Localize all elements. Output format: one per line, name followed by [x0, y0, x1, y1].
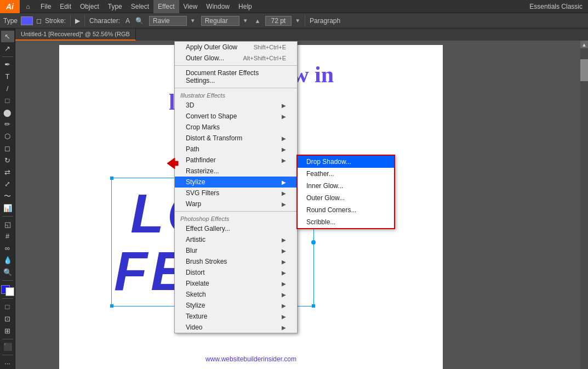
item-stylize2[interactable]: Stylize ▶: [175, 300, 297, 311]
item-svg[interactable]: SVG Filters ▶: [175, 188, 297, 198]
line-tool[interactable]: /: [1, 83, 14, 94]
stylize-inner-glow[interactable]: Inner Glow...: [298, 180, 394, 192]
stylize-submenu: Drop Shadow... Feather... Inner Glow... …: [296, 155, 395, 229]
item-3d[interactable]: 3D ▶: [175, 100, 297, 111]
gradient-tool[interactable]: ◱: [1, 219, 14, 230]
stylize-outer-glow[interactable]: Outer Glow...: [298, 192, 394, 204]
color-selector[interactable]: [1, 285, 14, 297]
paint-tool[interactable]: ⬤: [1, 107, 14, 118]
outer-glow-item[interactable]: Outer Glow... Alt+Shift+Ctrl+E: [175, 53, 297, 64]
stylize-drop-shadow[interactable]: Drop Shadow...: [298, 156, 394, 168]
stylize-scribble[interactable]: Scribble...: [298, 216, 394, 228]
item-video[interactable]: Video ▶: [175, 322, 297, 333]
item-path[interactable]: Path ▶: [175, 144, 297, 155]
apply-outer-glow-item[interactable]: Apply Outer Glow Shift+Ctrl+E: [175, 42, 297, 53]
expand-icon[interactable]: ▶: [75, 17, 80, 25]
doc-tab[interactable]: Untitled-1 [Recovered]* @ 52.56% (RGB: [15, 29, 136, 41]
menu-view[interactable]: View: [179, 0, 202, 13]
item-brush[interactable]: Brush Strokes ▶: [175, 256, 297, 267]
item-distort[interactable]: Distort & Transform ▶: [175, 133, 297, 144]
scale-tool[interactable]: ⤢: [1, 178, 14, 190]
more-tools[interactable]: ···: [1, 357, 14, 369]
sep3: [175, 211, 297, 212]
up-icon[interactable]: ▲: [255, 18, 261, 24]
menu-bar: Ai ⌂ File Edit Object Type Select Effect…: [0, 0, 588, 13]
draw-behind[interactable]: ⊡: [1, 313, 14, 325]
menu-type[interactable]: Type: [104, 0, 127, 13]
item-texture[interactable]: Texture ▶: [175, 311, 297, 322]
tool-sep4: [2, 298, 13, 299]
scroll-thumb[interactable]: [580, 59, 588, 81]
handle-mr[interactable]: [311, 240, 316, 245]
screen-mode[interactable]: ⬛: [1, 341, 14, 353]
sep3: [305, 15, 305, 26]
menu-file[interactable]: File: [36, 0, 55, 13]
document-raster-item[interactable]: Document Raster Effects Settings...: [175, 67, 297, 86]
rect-tool[interactable]: □: [1, 95, 14, 106]
brush-tool[interactable]: ✏: [1, 118, 14, 130]
blend-tool[interactable]: ∞: [1, 242, 14, 254]
font-dropdown-icon[interactable]: ▼: [190, 18, 196, 24]
reflect-tool[interactable]: ⇄: [1, 167, 14, 178]
item-warp[interactable]: Warp ▶: [175, 198, 297, 209]
type-tool[interactable]: T: [1, 71, 14, 82]
pen-tool[interactable]: ✒: [1, 59, 14, 70]
search-icon[interactable]: 🔍: [135, 17, 144, 25]
character-label: Character:: [89, 17, 120, 25]
eraser-tool[interactable]: ◻: [1, 143, 14, 154]
item-rasterize[interactable]: Rasterize...: [175, 166, 297, 177]
sep1: [175, 65, 297, 66]
blob-tool[interactable]: ⬡: [1, 130, 14, 142]
handle-br[interactable]: [312, 304, 315, 308]
rotate-tool[interactable]: ↻: [1, 155, 14, 166]
font-name[interactable]: Ravie: [149, 16, 187, 26]
style-dropdown-icon[interactable]: ▼: [243, 18, 248, 24]
menu-object[interactable]: Object: [76, 0, 104, 13]
character-icon[interactable]: A: [125, 17, 130, 25]
canvas-url: www.websitebuilderinsider.com: [205, 355, 296, 363]
handle-tl[interactable]: [110, 177, 113, 180]
font-style[interactable]: Regular: [201, 16, 239, 26]
item-pixelate[interactable]: Pixelate ▶: [175, 278, 297, 289]
color-swatch[interactable]: [21, 16, 33, 25]
stylize-feather[interactable]: Feather...: [298, 168, 394, 180]
item-sketch[interactable]: Sketch ▶: [175, 289, 297, 300]
item-convert[interactable]: Convert to Shape ▶: [175, 111, 297, 122]
graph-tool[interactable]: 📊: [1, 202, 14, 214]
menu-effect[interactable]: Effect: [153, 0, 179, 13]
size-dropdown-icon[interactable]: ▼: [295, 18, 300, 24]
background-color[interactable]: [5, 287, 14, 296]
menu-help[interactable]: Help: [234, 0, 256, 13]
type-label: Type: [3, 17, 18, 25]
draw-normal[interactable]: □: [1, 301, 14, 313]
item-artistic[interactable]: Artistic ▶: [175, 234, 297, 245]
item-pathfinder[interactable]: Pathfinder ▶: [175, 155, 297, 166]
svg-marker-0: [167, 158, 178, 169]
draw-inside[interactable]: ⊞: [1, 325, 14, 337]
item-gallery[interactable]: Effect Gallery...: [175, 223, 297, 234]
menu-edit[interactable]: Edit: [55, 0, 76, 13]
stroke-label: Stroke:: [45, 17, 66, 25]
select-tool[interactable]: ↖: [1, 31, 14, 42]
warp-tool[interactable]: 〜: [1, 190, 14, 202]
item-blur[interactable]: Blur ▶: [175, 245, 297, 256]
mesh-tool[interactable]: #: [1, 230, 14, 242]
stylize-round-corners[interactable]: Round Corners...: [298, 204, 394, 216]
paragraph-label: Paragraph: [310, 17, 340, 25]
scrollbar-right[interactable]: ▲: [580, 41, 588, 369]
handle-bl[interactable]: [110, 304, 113, 308]
separator: [70, 15, 71, 26]
eyedrop-tool[interactable]: 💧: [1, 254, 14, 266]
menu-window[interactable]: Window: [202, 0, 234, 13]
tool-sep1: [2, 56, 13, 57]
separator2: [84, 15, 85, 26]
direct-select-tool[interactable]: ↗: [1, 43, 14, 54]
zoom-tool[interactable]: 🔍: [1, 266, 14, 278]
font-size[interactable]: 72 pt: [265, 16, 292, 26]
item-stylize[interactable]: Stylize ▶: [175, 177, 297, 188]
home-icon[interactable]: ⌂: [20, 0, 36, 13]
item-distort2[interactable]: Distort ▶: [175, 267, 297, 278]
menu-select[interactable]: Select: [127, 0, 153, 13]
item-crop[interactable]: Crop Marks: [175, 122, 297, 133]
scroll-up-btn[interactable]: ▲: [580, 41, 588, 48]
